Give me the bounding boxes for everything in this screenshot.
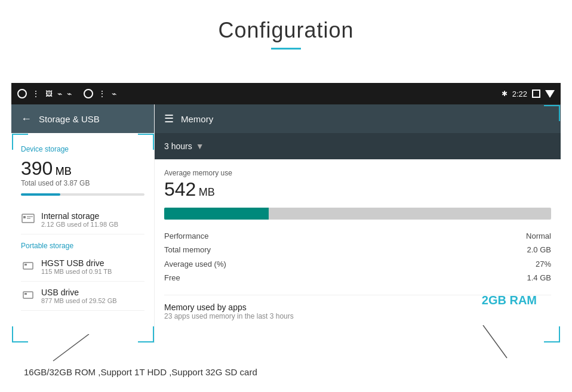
title-underline xyxy=(271,48,301,50)
storage-bar xyxy=(21,193,144,196)
apps-subtitle: 23 apps used memory in the last 3 hours xyxy=(164,312,551,320)
ram-label: 2GB RAM xyxy=(482,294,537,307)
stat-performance-value: Normal xyxy=(526,229,551,243)
bottom-info-text: 16GB/32GB ROM ,Support 1T HDD ,Support 3… xyxy=(12,355,269,383)
internal-storage-detail: 2.12 GB used of 11.98 GB xyxy=(41,221,118,228)
svg-rect-6 xyxy=(23,292,33,298)
internal-storage-info: Internal storage 2.12 GB used of 11.98 G… xyxy=(41,211,118,228)
screenshot-wrapper: ⋮ 🖼 ⌁ ⌁ ⋮ ⌁ ✱ 2:22 ← xyxy=(11,83,561,343)
status-bar: ⋮ 🖼 ⌁ ⌁ ⋮ ⌁ ✱ 2:22 xyxy=(11,83,561,104)
usb-drive-detail: 877 MB used of 29.52 GB xyxy=(41,297,117,304)
usb-drive-info: USB drive 877 MB used of 29.52 GB xyxy=(41,288,117,304)
memory-stats-labels: Performance Total memory Average used (%… xyxy=(164,229,226,285)
memory-panel: ☰ Memory 3 hours ▼ Average memory use 54… xyxy=(155,104,561,343)
portable-storage-label: Portable storage xyxy=(21,242,144,250)
stat-total-memory-value: 2.0 GB xyxy=(526,243,551,257)
storage-body: Device storage 390 MB Total used of 3.87… xyxy=(11,133,154,318)
bracket-br-storage xyxy=(137,325,155,343)
storage-total: Total used of 3.87 GB xyxy=(21,179,144,187)
status-dots-icon: ⋮ xyxy=(32,89,41,98)
time-selector[interactable]: 3 hours ▼ xyxy=(155,133,561,159)
image-icon: 🖼 xyxy=(45,89,53,98)
stat-avg-used-label: Average used (%) xyxy=(164,257,226,271)
usb-icon-3: ⌁ xyxy=(112,89,116,98)
page-title-section: Configuration xyxy=(0,0,572,55)
internal-storage-item[interactable]: Internal storage 2.12 GB used of 11.98 G… xyxy=(21,205,144,234)
stat-avg-used-value: 27% xyxy=(526,257,551,271)
storage-panel: ← Storage & USB Device storage 390 MB To… xyxy=(11,104,155,343)
memory-toolbar: ☰ Memory xyxy=(155,104,561,133)
svg-rect-5 xyxy=(24,264,27,266)
memory-bar-container xyxy=(164,208,551,220)
internal-storage-icon xyxy=(21,212,35,228)
hgst-drive-name: HGST USB drive xyxy=(41,258,112,268)
back-arrow-icon[interactable]: ← xyxy=(21,113,32,125)
bracket-bl-storage xyxy=(11,325,29,343)
storage-amount: 390 xyxy=(21,158,53,179)
time-value: 3 hours xyxy=(164,141,192,151)
stat-total-memory-label: Total memory xyxy=(164,243,226,257)
bottom-info-section: 16GB/32GB ROM ,Support 1T HDD ,Support 3… xyxy=(0,349,572,384)
avg-value: 542 xyxy=(164,178,196,200)
svg-rect-1 xyxy=(23,216,26,218)
internal-storage-name: Internal storage xyxy=(41,211,118,221)
hgst-drive-icon xyxy=(21,260,35,274)
hgst-drive-info: HGST USB drive 115 MB used of 0.91 TB xyxy=(41,258,112,275)
memory-stats: Performance Total memory Average used (%… xyxy=(164,229,551,285)
storage-toolbar: ← Storage & USB xyxy=(11,104,154,133)
stat-free-value: 1.4 GB xyxy=(526,271,551,285)
memory-bar-fill xyxy=(164,208,269,220)
bluetooth-icon: ✱ xyxy=(502,89,508,98)
stat-free-label: Free xyxy=(164,271,226,285)
storage-toolbar-title: Storage & USB xyxy=(39,114,100,124)
page-title: Configuration xyxy=(0,18,572,43)
hgst-drive-item[interactable]: HGST USB drive 115 MB used of 0.91 TB xyxy=(21,252,144,282)
usb-drive-item[interactable]: USB drive 877 MB used of 29.52 GB xyxy=(21,282,144,311)
status-bar-right: ✱ 2:22 xyxy=(502,89,561,98)
stat-performance-label: Performance xyxy=(164,229,226,243)
status-circle-2-icon xyxy=(84,89,93,98)
status-circle-icon xyxy=(17,89,27,98)
svg-rect-7 xyxy=(24,293,27,295)
usb-drive-icon xyxy=(21,289,35,304)
status-time: 2:22 xyxy=(512,89,527,98)
status-bar-left: ⋮ 🖼 ⌁ ⌁ xyxy=(11,89,72,98)
storage-bar-fill xyxy=(21,193,60,196)
avg-unit: MB xyxy=(199,186,215,198)
storage-amount-row: 390 MB xyxy=(21,158,144,179)
svg-rect-4 xyxy=(23,263,33,269)
usb-icon-2: ⌁ xyxy=(67,89,72,98)
status-dots-2-icon: ⋮ xyxy=(98,89,107,98)
usb-icon-1: ⌁ xyxy=(57,89,62,98)
panels-row: ← Storage & USB Device storage 390 MB To… xyxy=(11,83,561,343)
screenshot-container: ⋮ 🖼 ⌁ ⌁ ⋮ ⌁ ✱ 2:22 ← xyxy=(0,55,572,349)
hamburger-icon[interactable]: ☰ xyxy=(164,112,174,125)
usb-drive-name: USB drive xyxy=(41,288,117,297)
avg-memory-label: Average memory use xyxy=(164,169,551,177)
time-dropdown-arrow: ▼ xyxy=(196,141,204,151)
memory-title: Memory xyxy=(181,114,213,124)
hgst-drive-detail: 115 MB used of 0.91 TB xyxy=(41,268,112,275)
storage-unit: MB xyxy=(56,165,72,177)
square-icon xyxy=(532,89,540,98)
avg-value-row: 542 MB xyxy=(164,178,551,200)
device-storage-label: Device storage xyxy=(21,145,144,153)
memory-stats-values: Normal 2.0 GB 27% 1.4 GB xyxy=(526,229,551,285)
back-icon xyxy=(545,90,555,98)
